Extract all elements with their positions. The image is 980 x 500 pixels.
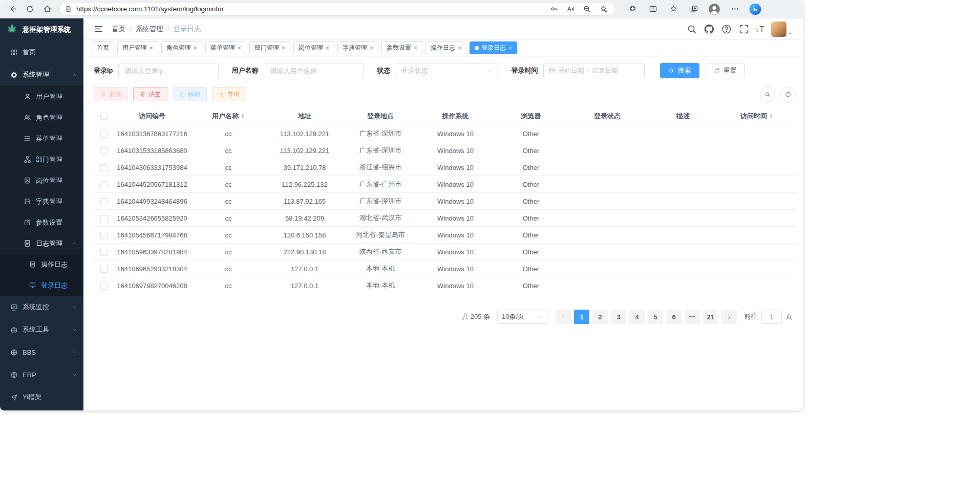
tag-view-tab[interactable]: 用户管理 × [117, 41, 158, 54]
tag-view-tab[interactable]: 字典管理 × [337, 41, 378, 54]
user-avatar[interactable] [771, 21, 786, 37]
copilot-icon[interactable] [748, 2, 763, 17]
font-size-icon[interactable]: tT [756, 24, 767, 35]
column-header[interactable]: 访问时间▲▼ [721, 112, 793, 121]
sidebar-item[interactable]: 登录日志 [0, 275, 83, 296]
page-button[interactable]: 4 [629, 310, 645, 324]
fullscreen-icon[interactable] [738, 24, 750, 35]
more-pages-button[interactable]: ••• [685, 310, 700, 324]
page-button[interactable]: 5 [648, 310, 663, 324]
sidebar-item[interactable]: BBS [0, 341, 83, 363]
sidebar-item[interactable]: 角色管理 [0, 107, 83, 128]
page-button[interactable]: 1 [574, 310, 589, 324]
tab-close-icon[interactable]: × [150, 45, 153, 51]
tab-close-icon[interactable]: × [414, 45, 417, 51]
github-icon[interactable] [704, 24, 715, 35]
next-page-button[interactable] [721, 310, 737, 324]
user-name-input[interactable] [264, 63, 364, 78]
sidebar-item[interactable]: 参数设置 [0, 212, 83, 233]
page-button[interactable]: 2 [592, 310, 608, 324]
tag-view-tab[interactable]: 首页 [92, 41, 114, 54]
row-checkbox[interactable] [100, 215, 108, 222]
sidebar-item[interactable]: 岗位管理 [0, 170, 83, 191]
sidebar-toggle-icon[interactable] [94, 24, 103, 34]
refresh-icon[interactable] [22, 2, 38, 17]
collections-icon[interactable] [686, 2, 701, 17]
sidebar-item[interactable]: 菜单管理 [0, 128, 83, 149]
tab-close-icon[interactable]: × [194, 45, 197, 51]
select-all-checkbox[interactable] [100, 113, 108, 120]
sidebar-item[interactable]: 首页 [0, 41, 83, 63]
search-icon[interactable] [686, 24, 697, 35]
delete-button[interactable]: 删除 [94, 87, 128, 101]
help-icon[interactable] [721, 24, 732, 35]
sidebar-item[interactable]: 系统管理 [0, 63, 83, 86]
browser-profile-icon[interactable] [707, 2, 722, 17]
sidebar-item[interactable]: 系统工具 [0, 318, 83, 341]
tag-view-tab[interactable]: 岗位管理 × [293, 41, 334, 54]
tag-view-tab[interactable]: 菜单管理 × [205, 41, 246, 54]
tab-close-icon[interactable]: × [282, 45, 285, 51]
tab-close-icon[interactable]: × [326, 45, 329, 51]
sidebar-item[interactable]: ERP [0, 363, 83, 386]
add-favorite-icon[interactable] [596, 3, 610, 15]
search-button[interactable]: 搜索 [660, 63, 699, 78]
sidebar-item[interactable]: Yi框架 [0, 386, 83, 408]
row-checkbox[interactable] [100, 249, 108, 256]
login-ip-input[interactable] [118, 63, 219, 78]
sort-icon[interactable]: ▲▼ [769, 113, 773, 120]
status-select[interactable]: 登录状态 [396, 63, 498, 78]
split-screen-icon[interactable] [645, 2, 661, 17]
prev-page-button[interactable] [556, 310, 571, 324]
extensions-icon[interactable] [625, 2, 640, 17]
page-button[interactable]: 21 [703, 310, 718, 324]
row-checkbox[interactable] [100, 198, 108, 205]
tag-view-tab[interactable]: 操作日志 × [425, 41, 466, 54]
row-checkbox[interactable] [100, 131, 108, 138]
page-button[interactable]: 6 [666, 310, 681, 324]
refresh-table-button[interactable] [780, 86, 796, 102]
home-icon[interactable] [39, 2, 55, 17]
tab-close-icon[interactable]: × [238, 45, 241, 51]
tab-close-icon[interactable]: × [508, 45, 512, 51]
tab-close-icon[interactable]: × [458, 45, 461, 51]
zoom-out-icon[interactable] [580, 3, 594, 15]
tag-view-tab[interactable]: 登录日志 × [470, 41, 517, 54]
tab-close-icon[interactable]: × [370, 45, 373, 51]
row-checkbox[interactable] [100, 266, 108, 273]
tag-view-tab[interactable]: 部门管理 × [249, 41, 290, 54]
row-checkbox[interactable] [100, 181, 108, 188]
tag-view-tab[interactable]: 角色管理 × [161, 41, 202, 54]
breadcrumb-item[interactable]: 系统管理 [136, 25, 163, 34]
page-button[interactable]: 3 [611, 310, 626, 324]
favorites-icon[interactable] [666, 2, 681, 17]
back-icon[interactable] [4, 2, 20, 17]
clear-button[interactable]: 清空 [133, 87, 167, 101]
row-checkbox[interactable] [100, 282, 108, 290]
sidebar-item[interactable]: 系统监控 [0, 296, 83, 318]
more-menu-icon[interactable] [727, 2, 742, 17]
row-checkbox[interactable] [100, 232, 108, 239]
export-button[interactable]: 导出 [212, 87, 246, 101]
sidebar-item[interactable]: 操作日志 [0, 254, 83, 275]
tag-view-tab[interactable]: 参数设置 × [381, 41, 422, 54]
row-checkbox[interactable] [100, 147, 108, 155]
sidebar-item[interactable]: 字典管理 [0, 191, 83, 212]
sidebar-item[interactable]: 用户管理 [0, 86, 83, 107]
date-range-picker[interactable]: 开始日期 - 结束日期 [543, 63, 645, 78]
read-aloud-icon[interactable]: A [563, 3, 578, 15]
page-size-select[interactable]: 10条/页 [497, 310, 548, 324]
row-checkbox[interactable] [100, 164, 108, 171]
address-bar[interactable]: https://ccnetcore.com:1101/system/log/lo… [59, 2, 615, 16]
url-text[interactable]: https://ccnetcore.com:1101/system/log/lo… [76, 5, 547, 13]
sidebar-item[interactable]: 日志管理 [0, 233, 83, 254]
toggle-search-button[interactable] [760, 86, 775, 102]
password-key-icon[interactable] [547, 3, 561, 15]
unlock-button[interactable]: 解锁 [173, 87, 207, 101]
column-header[interactable]: 用户名称▲▼ [190, 112, 267, 121]
sidebar-item[interactable]: 部门管理 [0, 149, 83, 170]
goto-page-input[interactable] [761, 310, 782, 324]
breadcrumb-item[interactable]: 首页 [112, 25, 125, 34]
sort-icon[interactable]: ▲▼ [241, 113, 245, 120]
reset-button[interactable]: 重置 [706, 63, 745, 78]
